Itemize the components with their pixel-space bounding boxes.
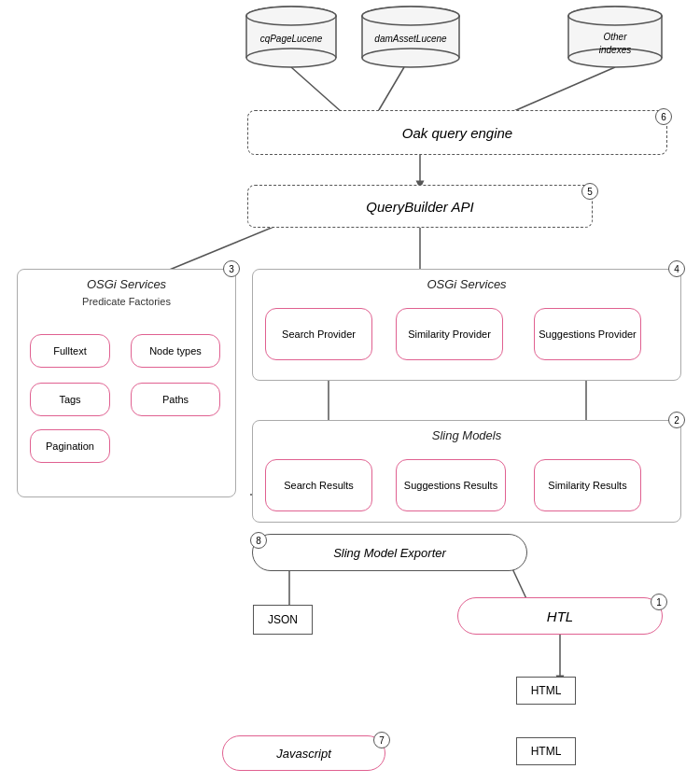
querybuilder-api-label: QueryBuilder API [366,199,473,215]
osgi3-badge: 3 [223,260,240,277]
oak-query-engine-label: Oak query engine [402,125,512,141]
osgi3-label: OSGi Services [87,277,166,291]
querybuilder-badge: 5 [581,183,598,200]
osgi3-sublabel: Predicate Factories [82,296,171,307]
javascript-label: Javascript [276,747,331,761]
svg-text:cqPageLucene: cqPageLucene [260,34,323,44]
paths-label: Paths [162,394,189,405]
cylinder-other-indexes: Other indexes [567,5,665,75]
suggestions-results-label: Suggestions Results [404,480,497,491]
html1-box: HTML [516,677,576,705]
paths-box: Paths [131,383,220,416]
cylinder-cqPageLucene: cqPageLucene [245,5,338,75]
svg-point-25 [362,7,459,25]
node-types-label: Node types [149,345,202,357]
html2-label: HTML [531,745,562,758]
oak-query-engine-box: Oak query engine [247,110,667,155]
diagram-container: cqPageLucene damAssetLucene Other indexe… [0,0,700,783]
svg-text:indexes: indexes [599,45,631,55]
suggestions-provider-label: Suggestions Provider [539,329,637,340]
svg-point-24 [362,49,459,67]
sling-model-exporter-box: Sling Model Exporter [252,534,527,571]
fulltext-label: Fulltext [53,345,86,357]
search-provider-label: Search Provider [282,329,356,340]
querybuilder-api-box: QueryBuilder API [247,185,593,228]
svg-text:Other: Other [603,32,627,42]
similarity-provider-box: Similarity Provider [396,308,503,360]
javascript-badge: 7 [373,732,390,748]
svg-text:damAssetLucene: damAssetLucene [374,34,447,44]
cylinder-damAssetLucene: damAssetLucene [359,5,462,75]
htl-label: HTL [547,608,573,624]
htl-box: HTL [457,597,663,635]
osgi4-badge: 4 [668,260,685,277]
sling-exporter-badge: 8 [250,532,267,549]
similarity-results-label: Similarity Results [548,480,626,491]
html2-box: HTML [516,737,576,765]
suggestions-results-box: Suggestions Results [396,459,506,511]
tags-box: Tags [30,383,110,416]
json-box: JSON [253,605,313,635]
json-label: JSON [268,613,298,626]
sling-model-exporter-label: Sling Model Exporter [333,546,446,560]
javascript-box: Javascript [222,735,385,771]
oak-badge: 6 [655,108,672,125]
similarity-provider-label: Similarity Provider [408,329,491,340]
svg-point-32 [568,7,662,25]
sling-models-badge: 2 [668,412,685,428]
fulltext-box: Fulltext [30,334,110,368]
search-results-box: Search Results [265,459,372,511]
pagination-box: Pagination [30,429,110,463]
tags-label: Tags [59,394,80,405]
html1-label: HTML [531,684,562,697]
search-provider-box: Search Provider [265,308,372,360]
suggestions-provider-box: Suggestions Provider [534,308,641,360]
search-results-label: Search Results [284,480,354,491]
osgi4-label: OSGi Services [427,277,506,291]
svg-point-17 [246,49,336,67]
pagination-label: Pagination [46,440,94,452]
sling-models-label: Sling Models [432,428,501,442]
htl-badge: 1 [651,594,667,610]
node-types-box: Node types [131,334,220,368]
similarity-results-box: Similarity Results [534,459,641,511]
svg-point-18 [246,7,336,25]
